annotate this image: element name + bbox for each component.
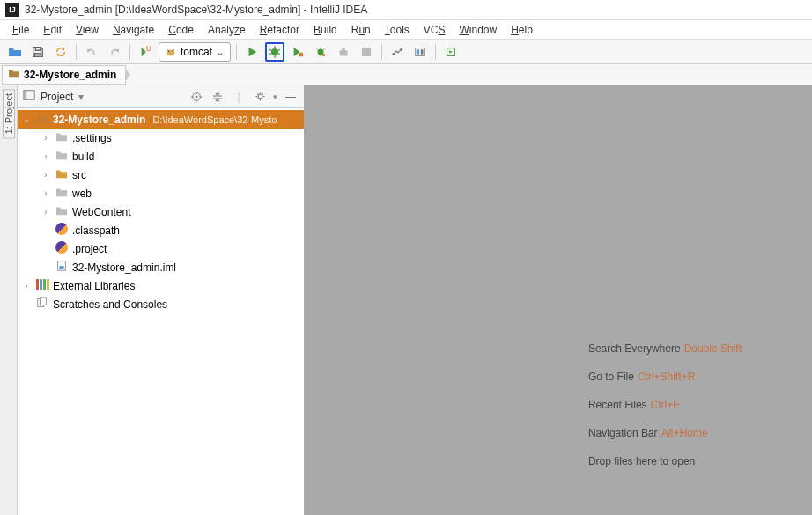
menu-tools[interactable]: Tools xyxy=(378,22,417,38)
chevron-down-icon: ⌄ xyxy=(216,46,225,58)
tree-item-web[interactable]: › web xyxy=(18,184,304,202)
menu-navigate[interactable]: Navigate xyxy=(106,22,161,38)
tree-root-path: D:\IdeaWordSpace\32-Mysto xyxy=(152,114,277,125)
chevron-down-icon[interactable]: ▾ xyxy=(78,91,84,103)
tree-item-project[interactable]: .project xyxy=(18,239,304,258)
svg-rect-9 xyxy=(416,48,425,55)
tree-item-webcontent[interactable]: › WebContent xyxy=(18,202,304,221)
tree-item-src[interactable]: › src xyxy=(18,166,304,184)
expand-icon[interactable]: ⌄ xyxy=(21,114,32,124)
tree-item-label: build xyxy=(72,151,94,163)
project-tree[interactable]: ⌄ 32-Mystore_admin D:\IdeaWordSpace\32-M… xyxy=(18,108,304,515)
tree-root-label: 32-Mystore_admin xyxy=(53,114,145,126)
folder-icon xyxy=(55,168,69,181)
tree-external-libraries[interactable]: › External Libraries xyxy=(18,276,304,295)
hint-search-everywhere: Search Everywhere Double Shift xyxy=(588,341,742,355)
expand-icon[interactable]: › xyxy=(41,188,51,198)
tree-root[interactable]: ⌄ 32-Mystore_admin D:\IdeaWordSpace\32-M… xyxy=(18,110,304,129)
update-project-icon[interactable] xyxy=(441,42,461,62)
debug-icon[interactable] xyxy=(265,42,284,62)
menu-view[interactable]: View xyxy=(69,22,106,38)
run-icon[interactable] xyxy=(242,42,262,62)
tree-item-label: 32-Mystore_admin.iml xyxy=(72,261,176,274)
tree-item-iml[interactable]: 32-Mystore_admin.iml xyxy=(18,258,304,276)
separator xyxy=(381,44,382,60)
tree-item-label: WebContent xyxy=(72,206,131,218)
hide-icon[interactable]: — xyxy=(283,89,299,105)
stop-icon[interactable] xyxy=(357,42,376,62)
menu-build[interactable]: Build xyxy=(306,22,344,38)
project-structure-icon[interactable] xyxy=(410,42,430,62)
expand-icon[interactable]: › xyxy=(41,207,51,217)
expand-icon[interactable]: › xyxy=(41,151,51,161)
attach-icon[interactable] xyxy=(334,42,353,62)
folder-icon xyxy=(55,150,69,163)
title-bar: IJ 32-Mystore_admin [D:\IdeaWordSpace\32… xyxy=(0,0,812,20)
hint-nav-bar: Navigation Bar Alt+Home xyxy=(588,425,742,439)
redo-icon[interactable] xyxy=(105,42,124,62)
hint-hotkey: Double Shift xyxy=(684,342,742,355)
tree-scratches[interactable]: Scratches and Consoles xyxy=(18,295,304,313)
hint-recent-files: Recent Files Ctrl+E xyxy=(588,397,742,411)
svg-rect-3 xyxy=(299,52,303,55)
eclipse-file-icon xyxy=(55,241,69,256)
hint-label: Navigation Bar xyxy=(588,427,658,439)
gear-icon[interactable] xyxy=(252,89,268,105)
tree-item-classpath[interactable]: .classpath xyxy=(18,221,304,239)
menu-run[interactable]: Run xyxy=(344,22,378,38)
breadcrumb-label: 32-Mystore_admin xyxy=(24,69,116,81)
collapse-all-icon[interactable] xyxy=(210,89,225,105)
run-coverage-icon[interactable] xyxy=(288,42,307,62)
editor-area[interactable]: Search Everywhere Double Shift Go to Fil… xyxy=(317,85,812,515)
tree-item-label: web xyxy=(72,188,92,200)
settings-icon[interactable] xyxy=(388,42,407,62)
menu-help[interactable]: Help xyxy=(504,22,540,38)
menu-file[interactable]: File xyxy=(5,22,36,38)
left-gutter: 1: Project xyxy=(0,85,18,515)
menu-window[interactable]: Window xyxy=(452,22,504,38)
svg-rect-10 xyxy=(417,49,420,54)
run-config-selector[interactable]: tomcat ⌄ xyxy=(159,42,231,62)
hint-label: Drop files here to open xyxy=(588,455,695,467)
menu-bar: File Edit View Navigate Code Analyze Ref… xyxy=(0,20,812,40)
svg-point-16 xyxy=(196,95,198,98)
project-tool-tab[interactable]: 1: Project xyxy=(3,89,15,138)
run-config-label: tomcat xyxy=(181,46,212,58)
toolbar: 01 tomcat ⌄ xyxy=(0,40,812,64)
svg-rect-19 xyxy=(59,266,63,269)
breadcrumb-root[interactable]: 32-Mystore_admin xyxy=(2,65,126,85)
tree-item-label: .project xyxy=(72,243,107,255)
hint-label: Search Everywhere xyxy=(588,342,681,355)
menu-vcs[interactable]: VCS xyxy=(417,22,453,38)
expand-icon[interactable]: › xyxy=(41,170,51,180)
open-icon[interactable] xyxy=(5,42,25,62)
tree-item-settings[interactable]: › .settings xyxy=(18,129,304,147)
expand-icon[interactable]: › xyxy=(41,133,51,143)
update-run-icon[interactable]: 01 xyxy=(136,42,155,62)
svg-rect-14 xyxy=(24,91,27,100)
folder-icon xyxy=(55,131,69,144)
chevron-down-icon[interactable]: ▾ xyxy=(273,92,277,101)
svg-rect-21 xyxy=(40,298,46,305)
iml-file-icon xyxy=(55,260,69,275)
tree-item-build[interactable]: › build xyxy=(18,147,304,166)
panel-title[interactable]: Project xyxy=(41,91,73,103)
breadcrumb-bar: 32-Mystore_admin xyxy=(0,64,812,85)
svg-point-2 xyxy=(271,48,278,55)
undo-icon[interactable] xyxy=(82,42,101,62)
menu-edit[interactable]: Edit xyxy=(36,22,69,38)
sync-icon[interactable] xyxy=(51,42,70,62)
svg-point-5 xyxy=(322,53,326,56)
menu-refactor[interactable]: Refactor xyxy=(253,22,306,38)
profile-icon[interactable] xyxy=(311,42,330,62)
menu-code[interactable]: Code xyxy=(161,22,201,38)
hint-label: Go to File xyxy=(588,371,634,383)
eclipse-file-icon xyxy=(55,223,69,238)
locate-icon[interactable] xyxy=(188,89,204,105)
separator xyxy=(129,44,130,60)
expand-icon[interactable]: › xyxy=(21,281,32,291)
save-all-icon[interactable] xyxy=(28,42,48,62)
svg-point-8 xyxy=(400,48,402,51)
hint-hotkey: Alt+Home xyxy=(661,427,708,439)
menu-analyze[interactable]: Analyze xyxy=(201,22,253,38)
